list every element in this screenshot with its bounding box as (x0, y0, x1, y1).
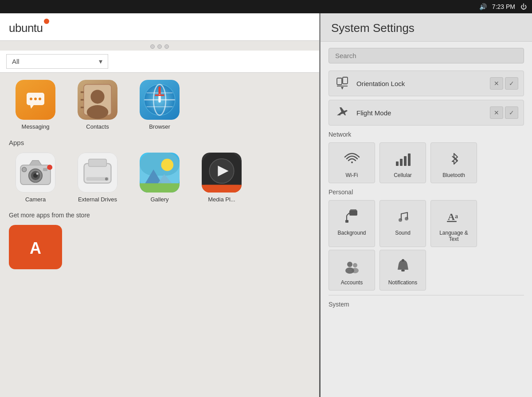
gallery-icon (140, 153, 180, 193)
svg-rect-58 (345, 220, 348, 223)
sound-label: Sound (395, 230, 411, 236)
notifications-icon (393, 256, 413, 276)
flight-mode-label: Flight Mode (356, 109, 484, 117)
extdrives-icon-wrapper (78, 153, 117, 193)
notifications-label: Notifications (388, 279, 417, 286)
filter-dropdown[interactable]: All ▾ (6, 54, 108, 69)
contacts-icon-wrapper (78, 80, 117, 120)
svg-rect-49 (396, 161, 399, 166)
svg-point-24 (36, 173, 39, 175)
svg-point-3 (34, 98, 37, 100)
flight-mode-close[interactable]: ✕ (490, 106, 503, 119)
app-gallery[interactable]: Gallery (133, 153, 186, 203)
app-camera[interactable]: Camera (9, 153, 62, 203)
svg-text:a: a (455, 213, 458, 220)
svg-line-56 (347, 213, 349, 216)
extdrives-label: External Drives (78, 196, 117, 203)
search-input[interactable] (335, 52, 517, 59)
svg-point-69 (402, 259, 404, 262)
settings-cellular[interactable]: Cellular (379, 142, 426, 183)
settings-sound[interactable]: Sound (379, 200, 426, 247)
dot3 (164, 44, 169, 49)
svg-point-64 (347, 262, 352, 267)
settings-content: Orientation Lock ✕ ✓ Flight Mode ✕ ✓ (321, 42, 532, 397)
svg-rect-54 (349, 210, 357, 216)
system-settings: System Settings Orientation Lock (321, 13, 532, 397)
svg-rect-46 (343, 77, 348, 84)
settings-wifi[interactable]: Wi-Fi (329, 142, 375, 183)
svg-point-66 (353, 263, 357, 267)
language-label: Language & Text (434, 230, 473, 242)
apps-section-heading: Apps (9, 139, 310, 146)
svg-rect-52 (408, 153, 411, 166)
svg-marker-1 (30, 105, 34, 109)
sound-icon (393, 207, 413, 226)
get-more-label: Get more apps from the store (9, 212, 310, 219)
extdrives-icon (78, 153, 117, 193)
svg-text:A: A (448, 211, 455, 222)
settings-background[interactable]: Background (329, 200, 375, 247)
svg-rect-42 (202, 185, 242, 193)
app-browser[interactable]: Browser (133, 80, 186, 130)
svg-point-31 (105, 177, 108, 181)
ubuntu-circle-mark (44, 19, 49, 24)
gallery-label: Gallery (150, 196, 168, 203)
bluetooth-icon (444, 149, 464, 169)
power-icon[interactable]: ⏻ (520, 3, 527, 10)
store-row: A (9, 225, 310, 269)
svg-point-34 (161, 159, 173, 171)
ubuntu-header: ubuntu (0, 13, 319, 41)
settings-notifications[interactable]: Notifications (379, 250, 426, 291)
svg-point-27 (47, 165, 52, 170)
app-store[interactable]: A (9, 225, 62, 269)
settings-accounts[interactable]: Accounts (329, 250, 375, 291)
ubuntu-logo: ubuntu (9, 21, 310, 35)
svg-rect-50 (400, 159, 403, 166)
browser-icon-wrapper (140, 80, 180, 120)
svg-rect-37 (140, 183, 180, 193)
svg-rect-33 (140, 153, 180, 176)
svg-rect-45 (337, 78, 342, 85)
network-grid: Wi-Fi Cellular (329, 142, 524, 183)
flight-mode-check[interactable]: ✓ (505, 106, 518, 119)
camera-label: Camera (25, 196, 46, 203)
orientation-lock-toggle[interactable]: Orientation Lock ✕ ✓ (329, 71, 524, 96)
svg-marker-48 (341, 87, 344, 90)
svg-point-59 (399, 218, 402, 222)
svg-rect-55 (350, 209, 356, 211)
personal-grid: Background Sound (329, 200, 524, 247)
settings-bluetooth[interactable]: Bluetooth (430, 142, 477, 183)
settings-language[interactable]: A a Language & Text (430, 200, 477, 247)
flight-mode-toggle[interactable]: Flight Mode ✕ ✓ (329, 100, 524, 126)
chevron-down-icon: ▾ (99, 57, 102, 66)
media-label: Media Pl... (208, 196, 235, 203)
orientation-lock-check[interactable]: ✓ (505, 77, 518, 90)
dot1 (150, 44, 155, 49)
svg-rect-62 (447, 221, 457, 222)
app-contacts[interactable]: Contacts (71, 80, 124, 130)
svg-point-6 (90, 90, 104, 104)
topbar: 🔊 7:23 PM ⏻ (0, 0, 532, 13)
filter-bar: All ▾ (0, 51, 319, 73)
bluetooth-label: Bluetooth (442, 172, 465, 178)
messaging-icon (16, 80, 55, 120)
store-icon: A (9, 225, 62, 269)
flight-mode-buttons: ✕ ✓ (490, 106, 518, 119)
filter-selected: All (12, 58, 20, 65)
svg-text:A: A (30, 239, 41, 257)
app-extdrives[interactable]: External Drives (71, 153, 124, 203)
accounts-label: Accounts (341, 279, 363, 286)
clock: 7:23 PM (492, 3, 515, 10)
browser-label: Browser (149, 123, 170, 130)
orientation-lock-close[interactable]: ✕ (490, 77, 503, 90)
dot2 (157, 44, 162, 49)
app-messaging[interactable]: Messaging (9, 80, 62, 130)
volume-icon[interactable]: 🔊 (479, 3, 487, 10)
search-bar[interactable] (329, 48, 524, 63)
svg-point-4 (39, 98, 41, 100)
app-media[interactable]: Media Pl... (195, 153, 248, 203)
svg-rect-26 (43, 168, 47, 171)
orientation-lock-icon (334, 75, 350, 91)
accounts-icon (342, 256, 362, 276)
main-layout: ubuntu All ▾ (0, 13, 532, 397)
